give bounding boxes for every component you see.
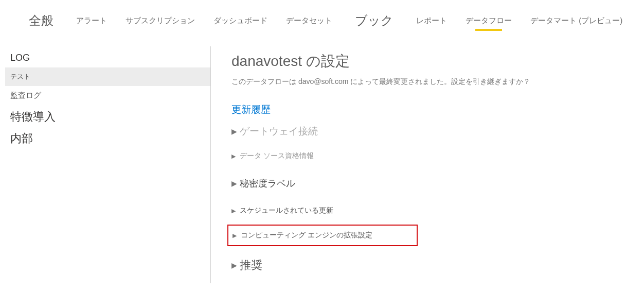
nav-subscription[interactable]: サブスクリプション bbox=[116, 12, 204, 30]
sidebar: LOG テスト 監査ログ 特徴導入 内部 bbox=[0, 46, 211, 283]
chevron-right-icon: ▶ bbox=[232, 232, 239, 239]
nav-report[interactable]: レポート bbox=[407, 12, 456, 30]
nav-dashboard[interactable]: ダッシュボード bbox=[204, 12, 277, 30]
chevron-right-icon: ▶ bbox=[231, 153, 238, 160]
chevron-right-icon: ▶ bbox=[231, 127, 238, 135]
sidebar-heading-internal[interactable]: 内部 bbox=[5, 127, 210, 148]
main-panel: danavotest の設定 このデータフローは davo@soft.com に… bbox=[211, 46, 644, 283]
nav-dataset[interactable]: データセット bbox=[277, 12, 342, 30]
sidebar-heading-feature-intro[interactable]: 特徴導入 bbox=[5, 105, 210, 127]
sidebar-item-test[interactable]: テスト bbox=[5, 67, 210, 86]
section-label: データ ソース資格情報 bbox=[240, 151, 314, 161]
chevron-right-icon: ▶ bbox=[231, 179, 238, 187]
section-label: 秘密度ラベル bbox=[240, 177, 295, 190]
nav-datamart[interactable]: データマート (プレビュー) bbox=[521, 12, 632, 30]
section-label: 更新履歴 bbox=[231, 103, 271, 116]
chevron-right-icon: ▶ bbox=[231, 208, 238, 214]
section-gateway-connection[interactable]: ▶ ゲートウェイ接続 bbox=[231, 121, 634, 142]
section-scheduled-refresh[interactable]: ▶ スケジュールされている更新 bbox=[231, 202, 634, 219]
section-label: ゲートウェイ接続 bbox=[240, 125, 318, 138]
nav-alert[interactable]: アラート bbox=[67, 12, 116, 30]
content-area: LOG テスト 監査ログ 特徴導入 内部 danavotest の設定 このデー… bbox=[0, 46, 644, 283]
section-label: コンピューティング エンジンの拡張設定 bbox=[241, 231, 372, 240]
sidebar-item-audit-log[interactable]: 監査ログ bbox=[5, 86, 210, 105]
nav-book[interactable]: ブック bbox=[342, 10, 407, 31]
section-recommend[interactable]: ▶ 推奨 bbox=[231, 253, 634, 277]
sidebar-log-header: LOG bbox=[5, 46, 210, 67]
nav-general[interactable]: 全般 bbox=[15, 10, 67, 31]
section-label: 推奨 bbox=[240, 258, 262, 273]
top-nav: 全般 アラート サブスクリプション ダッシュボード データセット ブック レポー… bbox=[0, 0, 644, 36]
section-sensitivity-label[interactable]: ▶ 秘密度ラベル bbox=[231, 173, 634, 194]
page-subtitle: このデータフローは davo@soft.com によって最終変更されました。設定… bbox=[231, 77, 634, 87]
nav-dataflow[interactable]: データフロー bbox=[456, 12, 521, 30]
section-update-history[interactable]: 更新履歴 bbox=[231, 99, 634, 121]
chevron-right-icon: ▶ bbox=[231, 261, 238, 269]
section-label: スケジュールされている更新 bbox=[240, 206, 333, 215]
highlight-compute-engine: ▶ コンピューティング エンジンの拡張設定 bbox=[227, 225, 418, 246]
page-title: danavotest の設定 bbox=[231, 52, 634, 71]
section-compute-engine-settings[interactable]: ▶ コンピューティング エンジンの拡張設定 bbox=[232, 231, 413, 240]
section-datasource-credentials[interactable]: ▶ データ ソース資格情報 bbox=[231, 147, 634, 165]
